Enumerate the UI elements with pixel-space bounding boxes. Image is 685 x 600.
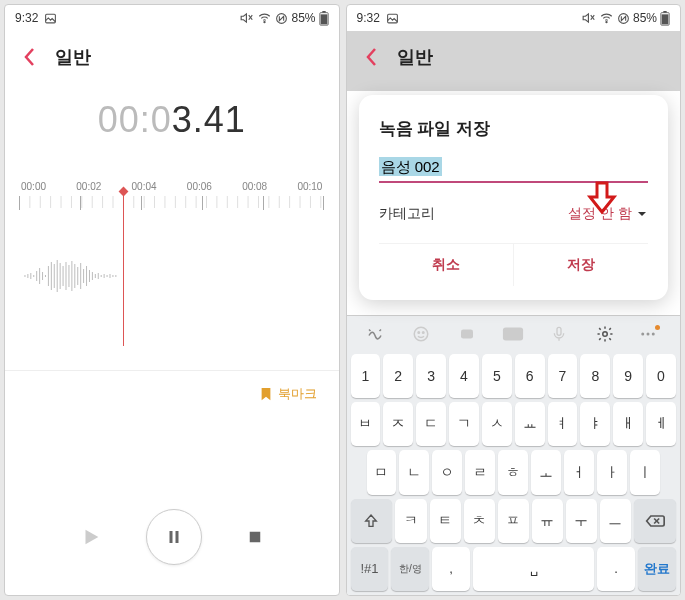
key[interactable]: ㄱ	[449, 402, 479, 446]
svg-rect-54	[461, 330, 473, 339]
waveform	[23, 256, 121, 296]
key[interactable]: ㅊ	[464, 499, 495, 543]
cancel-button[interactable]: 취소	[379, 244, 513, 286]
svg-point-3	[264, 22, 265, 23]
page-title: 일반	[397, 45, 433, 69]
key[interactable]: 0	[646, 354, 676, 398]
symbols-key[interactable]: !#1	[351, 547, 389, 591]
keyboard-row-1: 1 2 3 4 5 6 7 8 9 0	[351, 354, 677, 398]
image-icon	[386, 12, 399, 25]
play-button[interactable]	[80, 526, 102, 548]
key[interactable]: ㅂ	[351, 402, 381, 446]
key[interactable]: 3	[416, 354, 446, 398]
save-dialog: 녹음 파일 저장 음성 002 카테고리 설정 안 함 취소 저장	[359, 95, 669, 300]
key[interactable]: ㅎ	[498, 450, 528, 494]
filename-input[interactable]: 음성 002	[379, 158, 649, 183]
nfc-icon	[275, 12, 288, 25]
key[interactable]: ㅜ	[566, 499, 597, 543]
wifi-icon	[599, 11, 614, 25]
back-icon[interactable]	[23, 47, 37, 67]
key[interactable]: ㅍ	[498, 499, 529, 543]
keyboard: 1 2 3 4 5 6 7 8 9 0 ㅂ ㅈ ㄷ ㄱ ㅅ ㅛ ㅕ ㅑ ㅐ	[347, 315, 681, 595]
key[interactable]: ㅌ	[430, 499, 461, 543]
timeline-ruler[interactable]	[19, 196, 325, 346]
svg-point-58	[642, 333, 645, 336]
battery-icon	[660, 11, 670, 26]
status-bar: 9:32 85%	[347, 5, 681, 31]
keyboard-row-5: !#1 한/영 , ␣ . 완료	[351, 547, 677, 591]
svg-rect-7	[322, 11, 325, 13]
svg-point-60	[652, 333, 655, 336]
key[interactable]: ㄷ	[416, 402, 446, 446]
key[interactable]: ㅠ	[532, 499, 563, 543]
bookmark-button[interactable]: 북마크	[5, 371, 339, 417]
pause-button[interactable]	[146, 509, 202, 565]
key[interactable]: ㅓ	[564, 450, 594, 494]
text-mode-icon[interactable]	[359, 325, 391, 343]
key[interactable]: ㄹ	[465, 450, 495, 494]
page-title: 일반	[55, 45, 91, 69]
status-bar: 9:32 85%	[5, 5, 339, 31]
period-key[interactable]: .	[597, 547, 635, 591]
phone-recording-screen: 9:32 85% 일반 00:03.41 00:00 00:02 00:04 0…	[4, 4, 340, 596]
svg-rect-56	[557, 327, 561, 335]
key[interactable]: ㅕ	[548, 402, 578, 446]
battery-icon	[319, 11, 329, 26]
key[interactable]: ㅛ	[515, 402, 545, 446]
key[interactable]: ㄴ	[399, 450, 429, 494]
key[interactable]: ㅋ	[395, 499, 426, 543]
key[interactable]: ㅏ	[597, 450, 627, 494]
shift-key[interactable]	[351, 499, 393, 543]
key[interactable]: 5	[482, 354, 512, 398]
key[interactable]: 8	[580, 354, 610, 398]
save-button[interactable]: 저장	[513, 244, 648, 286]
key[interactable]: ㅑ	[580, 402, 610, 446]
done-key[interactable]: 완료	[638, 547, 676, 591]
keyboard-row-3: ㅁ ㄴ ㅇ ㄹ ㅎ ㅗ ㅓ ㅏ ㅣ	[351, 450, 677, 494]
svg-point-53	[423, 332, 425, 334]
sticker-icon[interactable]	[451, 325, 483, 343]
key[interactable]: ㅗ	[531, 450, 561, 494]
key[interactable]: 2	[383, 354, 413, 398]
key[interactable]: 1	[351, 354, 381, 398]
playhead[interactable]	[123, 192, 124, 346]
settings-icon[interactable]	[589, 325, 621, 343]
svg-rect-40	[169, 531, 172, 543]
more-icon[interactable]	[635, 325, 667, 343]
key[interactable]: 7	[548, 354, 578, 398]
key[interactable]: ㅇ	[432, 450, 462, 494]
mute-icon	[240, 11, 254, 25]
svg-point-46	[606, 22, 607, 23]
key[interactable]: 6	[515, 354, 545, 398]
svg-rect-55	[503, 328, 523, 341]
title-bar: 일반	[5, 31, 339, 79]
mic-icon[interactable]	[543, 325, 575, 343]
title-bar: 일반	[347, 31, 681, 79]
stop-button[interactable]	[246, 528, 264, 546]
keyboard-row-2: ㅂ ㅈ ㄷ ㄱ ㅅ ㅛ ㅕ ㅑ ㅐ ㅔ	[351, 402, 677, 446]
emoji-icon[interactable]	[405, 325, 437, 343]
key[interactable]: ㅣ	[630, 450, 660, 494]
language-key[interactable]: 한/영	[391, 547, 429, 591]
nfc-icon	[617, 12, 630, 25]
comma-key[interactable]: ,	[432, 547, 470, 591]
svg-point-59	[647, 333, 650, 336]
key[interactable]: ㅔ	[646, 402, 676, 446]
key[interactable]: 4	[449, 354, 479, 398]
key[interactable]: ㅅ	[482, 402, 512, 446]
key[interactable]: ㅡ	[600, 499, 631, 543]
key[interactable]: 9	[613, 354, 643, 398]
svg-point-51	[415, 327, 429, 341]
battery-percent: 85%	[291, 11, 315, 25]
key[interactable]: ㅈ	[383, 402, 413, 446]
key[interactable]: ㅁ	[367, 450, 397, 494]
status-clock: 9:32	[357, 11, 380, 25]
space-key[interactable]: ␣	[473, 547, 594, 591]
ruler-labels: 00:00 00:02 00:04 00:06 00:08 00:10	[19, 181, 325, 192]
keyboard-row-4: ㅋ ㅌ ㅊ ㅍ ㅠ ㅜ ㅡ	[351, 499, 677, 543]
key[interactable]: ㅐ	[613, 402, 643, 446]
back-icon[interactable]	[365, 47, 379, 67]
battery-percent: 85%	[633, 11, 657, 25]
backspace-key[interactable]	[634, 499, 676, 543]
gif-icon[interactable]	[497, 326, 529, 342]
